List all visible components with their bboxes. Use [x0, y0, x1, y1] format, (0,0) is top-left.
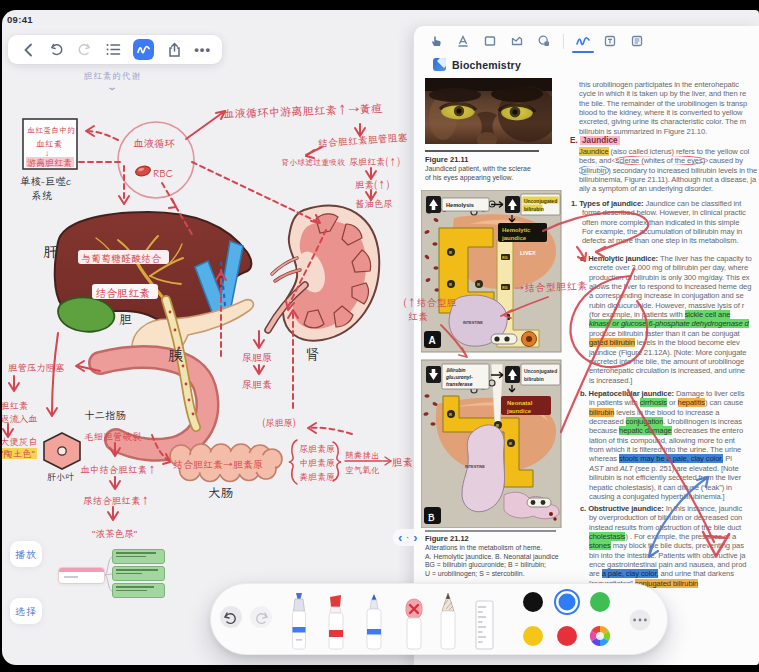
tray-redo-button[interactable] — [250, 606, 272, 628]
eraser-tool[interactable] — [406, 599, 422, 649]
pdf-text-line: (for example, in patients with sickle ce… — [589, 310, 759, 319]
color-green[interactable] — [590, 592, 610, 612]
svg-text:肝小叶: 肝小叶 — [47, 471, 74, 483]
svg-text:毛细胆管破裂: 毛细胆管破裂 — [84, 430, 142, 443]
prev-page-icon[interactable]: ‹ — [398, 530, 402, 545]
svg-text:胆管压力阻塞: 胆管压力阻塞 — [8, 361, 65, 374]
color-red[interactable] — [557, 626, 577, 646]
text-annotate-icon[interactable] — [455, 33, 471, 49]
svg-text:血红蛋白中的: 血红蛋白中的 — [27, 125, 75, 135]
pdf-text-line: bilirubin is summarized in Figure 21.10. — [579, 127, 759, 136]
mindmap-root-card[interactable] — [58, 567, 105, 584]
highlighter-tool[interactable] — [329, 595, 343, 649]
share-button[interactable] — [166, 41, 183, 58]
ballpoint-pen-tool[interactable] — [367, 594, 381, 649]
kidney-drawing — [268, 206, 379, 341]
note-toolbar: ••• — [8, 35, 222, 64]
tray-more-button[interactable] — [630, 610, 651, 631]
svg-text:中胆素原: 中胆素原 — [299, 457, 335, 469]
pdf-text-line: For example, the accumulation of bilirub… — [582, 227, 759, 236]
pdf-text-line: decreased conjugation. Urobilinogen is i… — [589, 417, 759, 426]
figure-21-12-caption: Alterations in the metabolism of heme. A… — [425, 544, 559, 578]
svg-text:尿胆素原: 尿胆素原 — [299, 443, 335, 455]
pdf-text-line: c. Obstructive jaundice: In this instanc… — [580, 504, 759, 513]
redo-button[interactable] — [76, 41, 93, 58]
color-black[interactable] — [523, 592, 543, 612]
svg-text:返流入血: 返流入血 — [2, 412, 38, 425]
tray-undo-button[interactable] — [220, 606, 242, 628]
svg-text:transferase: transferase — [446, 381, 473, 387]
mindmap-node[interactable] — [112, 583, 165, 598]
pencil-tool[interactable] — [441, 593, 455, 649]
svg-text:Unconjugated: Unconjugated — [524, 198, 557, 204]
svg-text:Hemolytic: Hemolytic — [502, 226, 531, 234]
svg-text:系统: 系统 — [31, 188, 52, 202]
svg-text:(尿胆原): (尿胆原) — [262, 417, 296, 429]
page-dot-icon: · — [406, 533, 409, 543]
color-blue[interactable] — [555, 590, 579, 614]
pdf-text-line: gated bilirubin levels in the blood beco… — [589, 338, 759, 347]
rectangle-tool-icon[interactable] — [482, 33, 498, 49]
title-chevron-icon[interactable]: ⌄ — [90, 82, 135, 92]
pdf-text-line: bin into the intestine. Patients with ob… — [589, 551, 759, 560]
pdf-text-line: kinase or glucose 6-phosphate dehydrogen… — [589, 319, 759, 328]
pdf-document-tab[interactable]: Biochemistry — [433, 58, 521, 71]
page-navigator[interactable]: ‹ · › — [393, 529, 423, 546]
svg-text:"陶土色": "陶土色" — [2, 447, 35, 460]
outline-list-button[interactable] — [105, 41, 122, 58]
pdf-panel: Biochemistry — [413, 26, 759, 665]
pdf-text-line: often more complex than indicated in thi… — [582, 218, 759, 227]
svg-text:血中结合胆红素↑: 血中结合胆红素↑ — [80, 463, 157, 476]
hand-tool-icon[interactable] — [428, 33, 444, 49]
svg-text:酱油色尿: 酱油色尿 — [355, 197, 393, 210]
svg-text:Bilirubin: Bilirubin — [446, 367, 465, 373]
svg-text:单核-巨噬c: 单核-巨噬c — [20, 174, 72, 188]
next-page-icon[interactable]: › — [413, 530, 417, 545]
svg-text:B: B — [449, 281, 452, 287]
pdf-text-line: because hepatic damage decreases the ent… — [589, 426, 759, 435]
undo-button[interactable] — [48, 41, 65, 58]
svg-text:jaundice: jaundice — [501, 234, 527, 242]
pdf-text-line: allows the liver to respond to increased… — [589, 282, 759, 291]
pdf-text-column: E. Jaundice this urobilinogen participat… — [566, 26, 759, 665]
color-wheel[interactable] — [590, 626, 610, 646]
lasso-tool-icon[interactable] — [509, 33, 525, 49]
pdf-text-line: this urobilinogen participates in the en… — [579, 80, 759, 89]
pdf-text-line: excrete over 3,000 mg of bilirubin per d… — [589, 263, 759, 272]
pen-tray — [210, 583, 668, 665]
more-options-button[interactable]: ••• — [194, 45, 211, 55]
fountain-pen-tool[interactable] — [293, 593, 306, 649]
mindmap-node[interactable] — [112, 549, 165, 564]
color-yellow[interactable] — [523, 626, 543, 646]
playback-button[interactable]: 播放 — [10, 541, 42, 567]
back-button[interactable] — [19, 41, 36, 58]
liver-lobule-drawing — [44, 433, 80, 469]
pdf-text-line: enterohepatic circulation is increased, … — [589, 366, 759, 375]
svg-text:RBC: RBC — [153, 167, 173, 180]
figure-21-12-label: Figure 21.12 — [425, 534, 469, 543]
pdf-text-line: bilirubin is not efficiently secreted fr… — [589, 473, 759, 482]
pdf-text-line: by overproduction of bilirubin or decrea… — [589, 513, 759, 522]
pdf-text-line: lation of this compound, allowing more t… — [589, 436, 759, 445]
pdf-text-line: from which it is filtered into the urine… — [589, 445, 759, 454]
svg-text:B: B — [477, 281, 480, 287]
pdf-text-line: excreted, giving urine its characteristi… — [579, 117, 759, 126]
pdf-text-line: hepatic cholestasis), it can diffuse (“l… — [589, 483, 759, 492]
toolbar-divider — [563, 34, 564, 49]
ruler-tool[interactable] — [476, 601, 493, 649]
note-title[interactable]: 胆红素的代谢 — [60, 70, 164, 82]
svg-text:胰: 胰 — [168, 346, 183, 365]
pdf-text-line: b. Hepatocellular jaundice: Damage to li… — [580, 389, 759, 398]
pdf-text-line: beds, and sclerae (whites of the eyes) c… — [579, 156, 759, 165]
svg-text:INTESTINE: INTESTINE — [465, 464, 485, 469]
svg-text:胆素: 胆素 — [392, 455, 413, 469]
pdf-text-line: production of bilirubin is only 300 mg/d… — [589, 273, 759, 282]
stamp-tool-icon[interactable] — [536, 33, 552, 49]
mindmap-node[interactable] — [112, 566, 165, 581]
select-button[interactable]: 选择 — [10, 598, 42, 624]
svg-text:肾: 肾 — [305, 345, 320, 364]
pdf-text-line: bilirubin levels in the blood to increas… — [589, 408, 759, 417]
pen-mode-button[interactable] — [133, 39, 154, 60]
app-root: { "status": { "time": "09:41" }, "icons"… — [0, 0, 759, 672]
pdf-text-line: rubin diglucuronide. However, massive ly… — [589, 301, 759, 310]
